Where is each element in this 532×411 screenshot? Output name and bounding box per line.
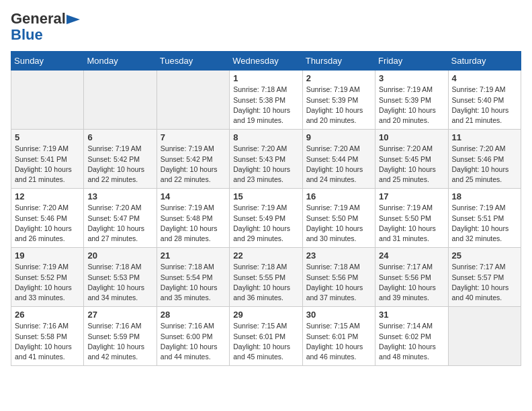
logo-text: GeneralBlue	[11, 11, 80, 43]
calendar-cell: 27Sunrise: 7:16 AM Sunset: 5:59 PM Dayli…	[84, 307, 157, 366]
day-number: 11	[452, 132, 517, 142]
day-info: Sunrise: 7:20 AM Sunset: 5:43 PM Dayligh…	[233, 144, 298, 185]
calendar-cell: 8Sunrise: 7:20 AM Sunset: 5:43 PM Daylig…	[230, 130, 302, 189]
calendar-cell: 28Sunrise: 7:16 AM Sunset: 6:00 PM Dayli…	[157, 307, 229, 366]
day-number: 16	[306, 191, 371, 201]
weekday-header-sunday: Sunday	[11, 52, 84, 71]
day-info: Sunrise: 7:18 AM Sunset: 5:53 PM Dayligh…	[87, 262, 152, 303]
day-number: 26	[15, 310, 80, 320]
day-info: Sunrise: 7:19 AM Sunset: 5:41 PM Dayligh…	[15, 144, 80, 185]
weekday-header-monday: Monday	[84, 52, 157, 71]
day-info: Sunrise: 7:19 AM Sunset: 5:42 PM Dayligh…	[87, 144, 152, 185]
day-info: Sunrise: 7:20 AM Sunset: 5:47 PM Dayligh…	[87, 203, 152, 244]
day-info: Sunrise: 7:19 AM Sunset: 5:51 PM Dayligh…	[452, 203, 517, 244]
calendar-cell	[448, 307, 521, 366]
calendar-cell: 14Sunrise: 7:19 AM Sunset: 5:48 PM Dayli…	[157, 189, 229, 248]
weekday-header-tuesday: Tuesday	[157, 52, 229, 71]
calendar-cell: 10Sunrise: 7:20 AM Sunset: 5:45 PM Dayli…	[375, 130, 448, 189]
day-info: Sunrise: 7:20 AM Sunset: 5:44 PM Dayligh…	[306, 144, 371, 185]
day-number: 14	[161, 191, 226, 201]
calendar-week-row: 19Sunrise: 7:19 AM Sunset: 5:52 PM Dayli…	[11, 248, 521, 307]
day-info: Sunrise: 7:15 AM Sunset: 6:01 PM Dayligh…	[306, 321, 371, 362]
calendar-cell: 13Sunrise: 7:20 AM Sunset: 5:47 PM Dayli…	[84, 189, 157, 248]
day-info: Sunrise: 7:19 AM Sunset: 5:39 PM Dayligh…	[306, 85, 371, 126]
day-info: Sunrise: 7:19 AM Sunset: 5:39 PM Dayligh…	[379, 85, 444, 126]
day-number: 18	[452, 191, 517, 201]
calendar-cell: 4Sunrise: 7:19 AM Sunset: 5:40 PM Daylig…	[448, 71, 521, 130]
calendar-cell: 23Sunrise: 7:18 AM Sunset: 5:56 PM Dayli…	[302, 248, 375, 307]
day-number: 13	[87, 191, 152, 201]
calendar-cell	[11, 71, 84, 130]
day-number: 4	[452, 73, 517, 83]
day-number: 28	[161, 310, 226, 320]
day-number: 30	[306, 310, 371, 320]
logo-flag-icon	[66, 15, 80, 24]
day-info: Sunrise: 7:16 AM Sunset: 5:59 PM Dayligh…	[87, 321, 152, 362]
calendar-cell: 15Sunrise: 7:19 AM Sunset: 5:49 PM Dayli…	[230, 189, 302, 248]
day-info: Sunrise: 7:16 AM Sunset: 5:58 PM Dayligh…	[15, 321, 80, 362]
logo-general: General	[11, 10, 66, 27]
day-number: 20	[87, 250, 152, 261]
weekday-header-row: SundayMondayTuesdayWednesdayThursdayFrid…	[11, 52, 521, 71]
calendar-cell	[157, 71, 229, 130]
day-info: Sunrise: 7:19 AM Sunset: 5:48 PM Dayligh…	[161, 203, 226, 244]
day-number: 10	[379, 132, 444, 142]
calendar-body: 1Sunrise: 7:18 AM Sunset: 5:38 PM Daylig…	[11, 71, 521, 366]
day-number: 29	[233, 310, 298, 320]
calendar-cell: 9Sunrise: 7:20 AM Sunset: 5:44 PM Daylig…	[302, 130, 375, 189]
calendar-cell: 20Sunrise: 7:18 AM Sunset: 5:53 PM Dayli…	[84, 248, 157, 307]
day-info: Sunrise: 7:19 AM Sunset: 5:40 PM Dayligh…	[452, 85, 517, 126]
day-info: Sunrise: 7:20 AM Sunset: 5:45 PM Dayligh…	[379, 144, 444, 185]
weekday-header-saturday: Saturday	[448, 52, 521, 71]
calendar-week-row: 5Sunrise: 7:19 AM Sunset: 5:41 PM Daylig…	[11, 130, 521, 189]
calendar-cell: 12Sunrise: 7:20 AM Sunset: 5:46 PM Dayli…	[11, 189, 84, 248]
day-number: 3	[379, 73, 444, 83]
calendar-table: SundayMondayTuesdayWednesdayThursdayFrid…	[11, 51, 521, 366]
day-info: Sunrise: 7:19 AM Sunset: 5:52 PM Dayligh…	[15, 262, 80, 303]
calendar-cell: 1Sunrise: 7:18 AM Sunset: 5:38 PM Daylig…	[230, 71, 302, 130]
calendar-cell: 7Sunrise: 7:19 AM Sunset: 5:42 PM Daylig…	[157, 130, 229, 189]
day-number: 19	[15, 250, 80, 261]
day-number: 12	[15, 191, 80, 201]
day-number: 21	[161, 250, 226, 261]
day-info: Sunrise: 7:17 AM Sunset: 5:57 PM Dayligh…	[452, 262, 517, 303]
calendar-cell	[84, 71, 157, 130]
weekday-header-wednesday: Wednesday	[230, 52, 302, 71]
day-number: 2	[306, 73, 371, 83]
day-info: Sunrise: 7:19 AM Sunset: 5:49 PM Dayligh…	[233, 203, 298, 244]
day-number: 23	[306, 250, 371, 261]
day-number: 8	[233, 132, 298, 142]
day-number: 27	[87, 310, 152, 320]
calendar-cell: 24Sunrise: 7:17 AM Sunset: 5:56 PM Dayli…	[375, 248, 448, 307]
day-info: Sunrise: 7:18 AM Sunset: 5:54 PM Dayligh…	[161, 262, 226, 303]
day-info: Sunrise: 7:19 AM Sunset: 5:42 PM Dayligh…	[161, 144, 226, 185]
calendar-cell: 2Sunrise: 7:19 AM Sunset: 5:39 PM Daylig…	[302, 71, 375, 130]
calendar-cell: 21Sunrise: 7:18 AM Sunset: 5:54 PM Dayli…	[157, 248, 229, 307]
day-info: Sunrise: 7:15 AM Sunset: 6:01 PM Dayligh…	[233, 321, 298, 362]
day-info: Sunrise: 7:14 AM Sunset: 6:02 PM Dayligh…	[379, 321, 444, 362]
logo-blue: Blue	[11, 26, 43, 43]
weekday-header-thursday: Thursday	[302, 52, 375, 71]
calendar-cell: 5Sunrise: 7:19 AM Sunset: 5:41 PM Daylig…	[11, 130, 84, 189]
day-info: Sunrise: 7:17 AM Sunset: 5:56 PM Dayligh…	[379, 262, 444, 303]
calendar-cell: 3Sunrise: 7:19 AM Sunset: 5:39 PM Daylig…	[375, 71, 448, 130]
calendar-cell: 25Sunrise: 7:17 AM Sunset: 5:57 PM Dayli…	[448, 248, 521, 307]
calendar-week-row: 26Sunrise: 7:16 AM Sunset: 5:58 PM Dayli…	[11, 307, 521, 366]
day-number: 5	[15, 132, 80, 142]
day-number: 9	[306, 132, 371, 142]
calendar-cell: 18Sunrise: 7:19 AM Sunset: 5:51 PM Dayli…	[448, 189, 521, 248]
day-info: Sunrise: 7:16 AM Sunset: 6:00 PM Dayligh…	[161, 321, 226, 362]
calendar-cell: 17Sunrise: 7:19 AM Sunset: 5:50 PM Dayli…	[375, 189, 448, 248]
day-info: Sunrise: 7:20 AM Sunset: 5:46 PM Dayligh…	[15, 203, 80, 244]
day-info: Sunrise: 7:18 AM Sunset: 5:55 PM Dayligh…	[233, 262, 298, 303]
day-info: Sunrise: 7:18 AM Sunset: 5:38 PM Dayligh…	[233, 85, 298, 126]
calendar-cell: 30Sunrise: 7:15 AM Sunset: 6:01 PM Dayli…	[302, 307, 375, 366]
logo: GeneralBlue	[11, 11, 80, 43]
day-number: 6	[87, 132, 152, 142]
day-number: 25	[452, 250, 517, 261]
day-number: 22	[233, 250, 298, 261]
day-number: 31	[379, 310, 444, 320]
calendar-cell: 26Sunrise: 7:16 AM Sunset: 5:58 PM Dayli…	[11, 307, 84, 366]
day-info: Sunrise: 7:20 AM Sunset: 5:46 PM Dayligh…	[452, 144, 517, 185]
day-number: 15	[233, 191, 298, 201]
